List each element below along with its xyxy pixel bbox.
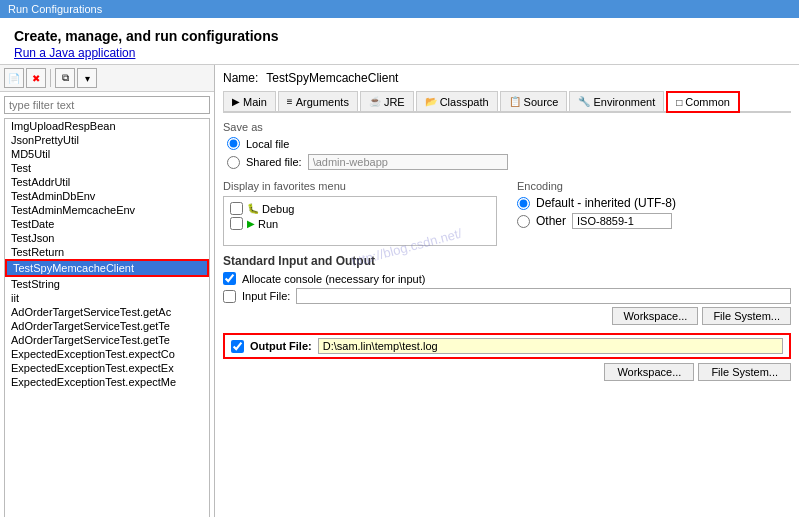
- file-system-button[interactable]: File System...: [702, 307, 791, 325]
- run-checkbox[interactable]: [230, 217, 243, 230]
- other-encoding-input[interactable]: [572, 213, 672, 229]
- left-panel: 📄 ✖ ⧉ ▾ ImgUploadRespBean JsonPrettyUtil…: [0, 65, 215, 517]
- list-item[interactable]: TestDate: [5, 217, 209, 231]
- list-item[interactable]: TestJson: [5, 231, 209, 245]
- allocate-console-label: Allocate console (necessary for input): [242, 273, 425, 285]
- favorites-list: 🐛 Debug ▶ Run: [223, 196, 497, 246]
- save-as-label: Save as: [223, 121, 791, 133]
- main-container: 📄 ✖ ⧉ ▾ ImgUploadRespBean JsonPrettyUtil…: [0, 65, 799, 517]
- encoding-radio-group: Default - inherited (UTF-8) Other: [517, 196, 791, 229]
- list-item[interactable]: AdOrderTargetServiceTest.getTe: [5, 333, 209, 347]
- common-tab-icon: □: [676, 97, 682, 108]
- save-as-radio-group: Local file Shared file:: [227, 137, 791, 170]
- tab-common[interactable]: □ Common: [666, 91, 740, 113]
- tab-environment[interactable]: 🔧 Environment: [569, 91, 664, 111]
- input-file-checkbox[interactable]: [223, 290, 236, 303]
- tab-arguments[interactable]: ≡ Arguments: [278, 91, 358, 111]
- standard-io-section: Standard Input and Output Allocate conso…: [223, 254, 791, 325]
- jre-tab-icon: ☕: [369, 96, 381, 107]
- name-row: Name: TestSpyMemcacheClient: [223, 71, 791, 85]
- list-item[interactable]: TestAdminDbEnv: [5, 189, 209, 203]
- tab-classpath[interactable]: 📂 Classpath: [416, 91, 498, 111]
- save-as-section: Save as Local file Shared file:: [223, 121, 791, 170]
- shared-file-radio[interactable]: [227, 156, 240, 169]
- list-item[interactable]: AdOrderTargetServiceTest.getAc: [5, 305, 209, 319]
- output-file-label: Output File:: [250, 340, 312, 352]
- default-encoding-radio[interactable]: [517, 197, 530, 210]
- debug-label: 🐛 Debug: [247, 203, 294, 215]
- run-label: ▶ Run: [247, 218, 278, 230]
- other-encoding-label: Other: [536, 214, 566, 228]
- delete-config-button[interactable]: ✖: [26, 68, 46, 88]
- tab-main-label: Main: [243, 96, 267, 108]
- tab-jre[interactable]: ☕ JRE: [360, 91, 414, 111]
- tab-jre-label: JRE: [384, 96, 405, 108]
- list-item[interactable]: TestString: [5, 277, 209, 291]
- header: Create, manage, and run configurations R…: [0, 18, 799, 65]
- title-bar-text: Run Configurations: [8, 3, 102, 15]
- list-item[interactable]: ExpectedExceptionTest.expectMe: [5, 375, 209, 389]
- shared-file-row: Shared file:: [227, 154, 791, 170]
- input-file-row: Input File:: [223, 288, 791, 304]
- tab-arguments-label: Arguments: [296, 96, 349, 108]
- output-file-system-button[interactable]: File System...: [698, 363, 791, 381]
- output-file-checkbox[interactable]: [231, 340, 244, 353]
- tab-bar: ▶ Main ≡ Arguments ☕ JRE 📂 Classpath 📋 S…: [223, 91, 791, 113]
- list-item[interactable]: ExpectedExceptionTest.expectEx: [5, 361, 209, 375]
- arguments-tab-icon: ≡: [287, 96, 293, 107]
- debug-icon: 🐛: [247, 203, 259, 214]
- workspace-button[interactable]: Workspace...: [612, 307, 698, 325]
- default-encoding-label: Default - inherited (UTF-8): [536, 196, 676, 210]
- output-file-row: Output File:: [223, 333, 791, 359]
- tab-source[interactable]: 📋 Source: [500, 91, 568, 111]
- shared-file-label: Shared file:: [246, 156, 302, 168]
- tab-common-label: Common: [685, 96, 730, 108]
- debug-row: 🐛 Debug: [228, 201, 492, 216]
- tab-content: Save as Local file Shared file:: [223, 121, 791, 516]
- other-encoding-radio[interactable]: [517, 215, 530, 228]
- favorites-section: Display in favorites menu 🐛 Debug: [223, 180, 497, 246]
- title-bar: Run Configurations: [0, 0, 799, 18]
- header-subtitle[interactable]: Run a Java application: [14, 46, 785, 60]
- new-config-button[interactable]: 📄: [4, 68, 24, 88]
- name-label: Name:: [223, 71, 258, 85]
- local-file-label: Local file: [246, 138, 289, 150]
- source-tab-icon: 📋: [509, 96, 521, 107]
- list-item[interactable]: iit: [5, 291, 209, 305]
- filter-config-button[interactable]: ▾: [77, 68, 97, 88]
- classpath-tab-icon: 📂: [425, 96, 437, 107]
- tab-environment-label: Environment: [593, 96, 655, 108]
- run-row: ▶ Run: [228, 216, 492, 231]
- shared-file-input[interactable]: [308, 154, 508, 170]
- list-item[interactable]: ImgUploadRespBean: [5, 119, 209, 133]
- encoding-label: Encoding: [517, 180, 791, 192]
- config-list[interactable]: ImgUploadRespBean JsonPrettyUtil MD5Util…: [4, 118, 210, 517]
- allocate-console-row: Allocate console (necessary for input): [223, 272, 791, 285]
- input-file-input[interactable]: [296, 288, 791, 304]
- allocate-console-checkbox[interactable]: [223, 272, 236, 285]
- tab-source-label: Source: [524, 96, 559, 108]
- filter-input[interactable]: [4, 96, 210, 114]
- list-item[interactable]: Test: [5, 161, 209, 175]
- list-item[interactable]: ExpectedExceptionTest.expectCo: [5, 347, 209, 361]
- list-item[interactable]: MD5Util: [5, 147, 209, 161]
- debug-checkbox[interactable]: [230, 202, 243, 215]
- output-workspace-button[interactable]: Workspace...: [604, 363, 694, 381]
- list-item-selected[interactable]: TestSpyMemcacheClient: [5, 259, 209, 277]
- duplicate-config-button[interactable]: ⧉: [55, 68, 75, 88]
- list-item[interactable]: AdOrderTargetServiceTest.getTe: [5, 319, 209, 333]
- input-file-label: Input File:: [242, 290, 290, 302]
- standard-io-title: Standard Input and Output: [223, 254, 791, 268]
- toolbar: 📄 ✖ ⧉ ▾: [0, 65, 214, 92]
- tab-main[interactable]: ▶ Main: [223, 91, 276, 111]
- list-item[interactable]: TestAdminMemcacheEnv: [5, 203, 209, 217]
- list-item[interactable]: TestAddrUtil: [5, 175, 209, 189]
- local-file-radio[interactable]: [227, 137, 240, 150]
- list-item[interactable]: JsonPrettyUtil: [5, 133, 209, 147]
- other-encoding-row: Other: [517, 213, 791, 229]
- output-file-input[interactable]: [318, 338, 783, 354]
- list-item[interactable]: TestReturn: [5, 245, 209, 259]
- run-icon: ▶: [247, 218, 255, 229]
- tab-classpath-label: Classpath: [440, 96, 489, 108]
- default-encoding-row: Default - inherited (UTF-8): [517, 196, 791, 210]
